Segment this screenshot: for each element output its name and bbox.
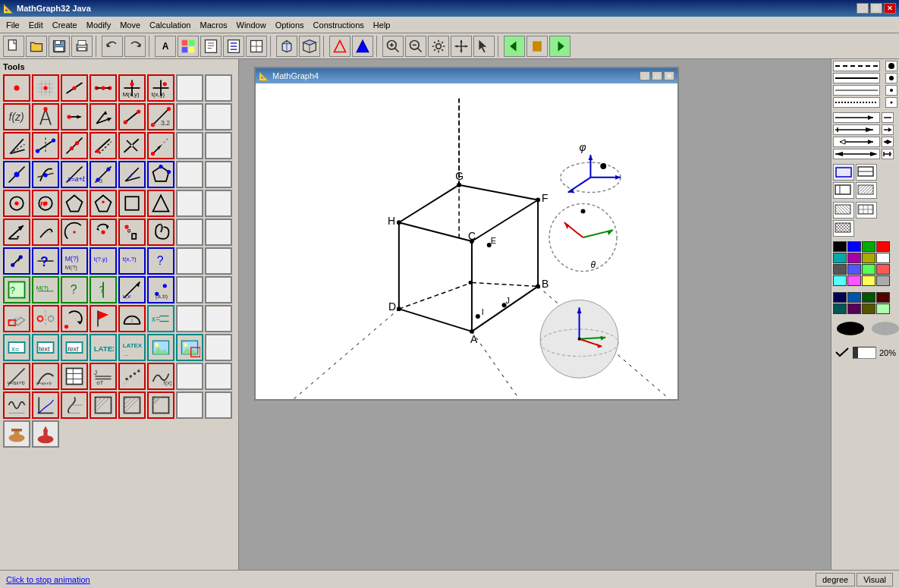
tool-circle-center[interactable] [3,190,30,217]
blue-triangle[interactable] [352,36,373,57]
color-cyan[interactable] [833,253,847,263]
notepad-button[interactable] [200,36,222,57]
color-light-gray[interactable] [876,275,890,286]
tool-M-check[interactable]: M(?) [32,276,59,303]
inner-close[interactable]: ✕ [664,71,674,80]
maximize-button[interactable]: □ [870,3,882,14]
tool-question3[interactable]: ? [61,276,88,303]
tool-tangent[interactable] [32,161,59,188]
nav-right[interactable] [549,36,571,57]
inner-title-bar[interactable]: 📐 MathGraph4 _ □ ✕ [256,68,677,83]
tool-vector-sum[interactable] [147,132,174,159]
dot-style3[interactable] [885,85,897,96]
tool-formula[interactable]: x= [147,305,174,332]
color-magenta[interactable] [847,253,861,263]
print-button[interactable] [71,36,93,57]
line-end2[interactable] [882,124,894,135]
tool-polygon-point[interactable] [147,161,174,188]
tool-segment[interactable] [118,103,146,130]
line-end4[interactable] [882,149,894,159]
tool-text-static[interactable]: text [61,334,88,361]
menu-file[interactable]: File [2,19,24,31]
tool-grid-point[interactable] [32,74,59,102]
cross-arrows[interactable] [451,36,472,57]
open-button[interactable] [26,36,47,57]
new-button[interactable] [3,36,24,57]
tool-graph-linear[interactable]: y=ax+b [3,363,30,390]
settings-button[interactable] [428,36,449,57]
color-dark-gray[interactable] [833,264,847,275]
color-white[interactable] [876,253,890,263]
minimize-button[interactable]: _ [857,3,869,14]
tool-point-on-line[interactable] [3,161,30,188]
tool-measure-seg[interactable]: 3.2 [147,103,174,130]
tool-latex2[interactable]: LATEX... [118,334,146,361]
nav-left[interactable] [504,36,525,57]
dot-style2[interactable] [885,73,897,83]
tool-spiral[interactable] [147,219,174,246]
menu-modify[interactable]: Modify [82,19,115,31]
tool-quadrilateral[interactable] [118,190,146,217]
tool-polygon[interactable] [61,190,88,217]
style-hatch4[interactable] [833,220,854,237]
tool-graph-func[interactable]: y=ax+b [32,363,59,390]
inner-maximize[interactable]: □ [652,71,662,80]
tool-image-import[interactable] [147,334,174,361]
list-button[interactable] [223,36,244,57]
color-light-red[interactable] [876,264,890,275]
redo-button[interactable] [124,36,146,57]
color-picker[interactable] [178,36,199,57]
tool-hatch3[interactable] [147,391,174,419]
inner-minimize[interactable]: _ [640,71,650,80]
line-style-dashed[interactable] [833,61,880,71]
color-yellow-dark[interactable] [862,253,875,263]
color-black[interactable] [833,241,847,252]
tool-image-point[interactable] [3,247,30,275]
tool-hatch[interactable] [90,391,117,419]
dot-style4[interactable] [885,97,897,108]
style-hatch2[interactable] [833,202,854,219]
tool-rotation[interactable] [90,219,117,246]
tool-arc[interactable] [32,219,59,246]
color-dark-red[interactable] [876,292,890,303]
menu-calculation[interactable]: Calculation [145,19,195,31]
shape-ellipse[interactable] [835,320,866,338]
line-style-solid[interactable] [833,73,880,83]
tool-table-data[interactable] [61,363,88,390]
tool-regular-polygon[interactable] [90,190,117,217]
style-btn2[interactable] [856,164,877,181]
menu-edit[interactable]: Edit [24,19,48,31]
tool-angle-bisect[interactable] [3,132,30,159]
tool-question-mark[interactable]: ? [32,247,59,275]
tool-sine-curve[interactable] [3,391,30,419]
red-triangle[interactable] [329,36,350,57]
tool-curve[interactable]: f(x)= [147,363,174,390]
tool-point[interactable] [3,74,30,102]
tool-check[interactable]: ? [3,276,30,303]
tool-M-func[interactable]: M(?)M(?) [61,247,88,275]
tool-angle-ray[interactable] [90,103,117,130]
color-red[interactable] [876,241,890,252]
tool-line[interactable] [61,132,88,159]
style-hatch1[interactable] [856,182,877,199]
style-btn3[interactable] [833,182,854,199]
inner-canvas[interactable]: G F H C E B [256,83,677,399]
color-dark-magenta[interactable] [847,303,861,314]
visual-button[interactable]: Visual [857,573,893,586]
tool-flag[interactable] [90,305,117,332]
color-green[interactable] [862,241,875,252]
save-button[interactable] [49,36,70,57]
tool-move[interactable] [3,219,30,246]
tool-translate[interactable] [3,305,30,332]
tool-xy-func[interactable]: t(x,?) [118,247,146,275]
tool-text-display[interactable]: x= [3,334,30,361]
tool-point-pair[interactable]: (a,b) [147,276,174,303]
color-navy[interactable] [833,292,847,303]
color-light-blue[interactable] [847,264,861,275]
tool-triangle[interactable] [147,190,174,217]
tool-question2[interactable]: ? [147,247,174,275]
degree-button[interactable]: degree [816,573,855,586]
tool-latex1[interactable]: LATEX [90,334,117,361]
tool-segment-point[interactable] [61,74,88,102]
style-hatch3[interactable] [856,202,877,219]
